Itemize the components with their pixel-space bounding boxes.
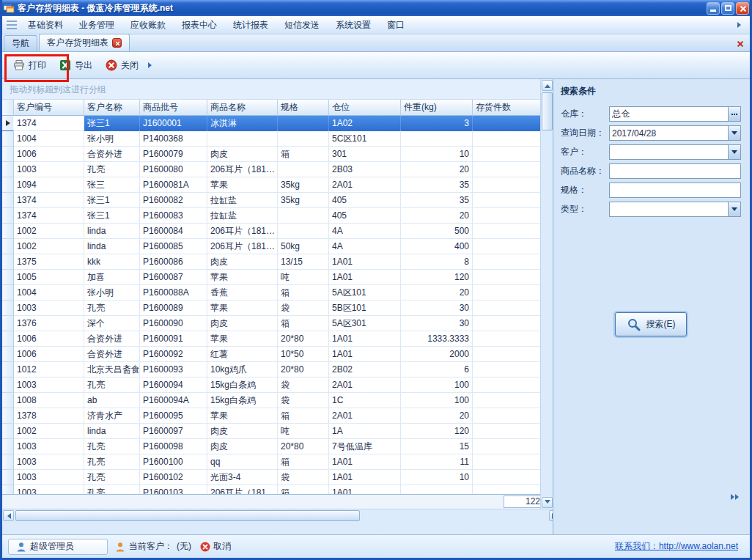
cell[interactable]: 1002 bbox=[14, 424, 84, 439]
cell[interactable]: 苹果 bbox=[207, 331, 278, 347]
cell[interactable]: 1374 bbox=[14, 193, 84, 208]
cell[interactable]: 405 bbox=[329, 208, 401, 224]
cell[interactable]: 苹果 bbox=[207, 177, 278, 193]
cell[interactable]: 香蕉 bbox=[207, 285, 278, 301]
cell[interactable] bbox=[401, 131, 473, 147]
row-indicator[interactable] bbox=[2, 424, 14, 439]
cell[interactable]: 肉皮 bbox=[207, 254, 278, 270]
cell[interactable]: 4A bbox=[329, 239, 401, 254]
dropdown-arrow-icon[interactable] bbox=[728, 202, 740, 216]
search-field-input[interactable] bbox=[610, 107, 728, 121]
cell[interactable]: 20*80 bbox=[278, 362, 329, 377]
row-indicator[interactable] bbox=[2, 301, 14, 316]
column-header[interactable]: 规格 bbox=[278, 100, 329, 116]
cell[interactable]: 1A01 bbox=[329, 331, 401, 347]
table-row[interactable]: 1003孔亮P1600100qq箱1A0111 bbox=[2, 454, 553, 470]
row-indicator[interactable] bbox=[2, 408, 14, 424]
cell[interactable]: 2A01 bbox=[329, 177, 401, 193]
table-row[interactable]: 1002lindaP1600084206耳片（181…4A500 bbox=[2, 224, 553, 239]
table-row[interactable]: 1376深个P1600090肉皮箱5A区30130 bbox=[2, 316, 553, 331]
cell[interactable]: 500 bbox=[401, 224, 473, 239]
cell[interactable]: 1374 bbox=[14, 208, 84, 224]
cell[interactable]: 肉皮 bbox=[207, 424, 278, 439]
cell[interactable]: 1C bbox=[329, 393, 401, 408]
cell[interactable]: 1003 bbox=[14, 470, 84, 485]
menu-overflow-icon[interactable] bbox=[737, 22, 744, 28]
cell[interactable]: P1600087 bbox=[140, 270, 207, 285]
column-header[interactable]: 商品批号 bbox=[140, 100, 207, 116]
scroll-up-button[interactable] bbox=[542, 80, 553, 91]
cell[interactable]: P1600080 bbox=[140, 162, 207, 177]
cell[interactable]: 2B02 bbox=[329, 362, 401, 377]
cell[interactable]: 箱 bbox=[278, 147, 329, 162]
cell[interactable] bbox=[207, 131, 278, 147]
cell[interactable]: 孔亮 bbox=[84, 377, 140, 393]
cell[interactable]: 光面3-4 bbox=[207, 470, 278, 485]
cell[interactable]: 206耳片（181… bbox=[207, 239, 278, 254]
cell[interactable]: P1600094 bbox=[140, 377, 207, 393]
column-header[interactable]: 商品名称 bbox=[207, 100, 278, 116]
cell[interactable]: 1A bbox=[329, 424, 401, 439]
cell[interactable]: 合资外进 bbox=[84, 331, 140, 347]
cell[interactable]: 肉皮 bbox=[207, 439, 278, 454]
column-header[interactable]: 客户名称 bbox=[84, 100, 140, 116]
cell[interactable]: 1003 bbox=[14, 439, 84, 454]
cell[interactable]: 20*80 bbox=[278, 439, 329, 454]
cell[interactable]: 袋 bbox=[278, 470, 329, 485]
row-indicator[interactable] bbox=[2, 147, 14, 162]
menu-item[interactable]: 统计报表 bbox=[225, 16, 276, 34]
cell[interactable]: 1004 bbox=[14, 285, 84, 301]
cell[interactable]: 10*50 bbox=[278, 347, 329, 362]
cell[interactable]: P1600084 bbox=[140, 224, 207, 239]
cell[interactable]: 拉缸盐 bbox=[207, 208, 278, 224]
cell[interactable]: P1400368 bbox=[140, 131, 207, 147]
cell[interactable]: 济青水产 bbox=[84, 408, 140, 424]
table-row[interactable]: 1005加喜P1600087苹果吨1A01120 bbox=[2, 270, 553, 285]
cell[interactable]: 张三1 bbox=[84, 116, 140, 131]
row-indicator[interactable] bbox=[2, 239, 14, 254]
row-indicator[interactable] bbox=[2, 162, 14, 177]
maximize-button[interactable] bbox=[721, 2, 734, 15]
row-indicator[interactable] bbox=[2, 377, 14, 393]
cell[interactable]: P1600083 bbox=[140, 208, 207, 224]
cell[interactable]: 袋 bbox=[278, 377, 329, 393]
cell[interactable] bbox=[401, 485, 473, 494]
cell[interactable]: 1A02 bbox=[329, 116, 401, 131]
table-row[interactable]: 1374张三1P1600082拉缸盐35kg40535 bbox=[2, 193, 553, 208]
cell[interactable]: 1006 bbox=[14, 147, 84, 162]
row-indicator[interactable] bbox=[2, 362, 14, 377]
cell[interactable]: P1600095 bbox=[140, 408, 207, 424]
cell[interactable]: 15 bbox=[401, 439, 473, 454]
cell[interactable]: 206耳片（181… bbox=[207, 485, 278, 494]
cell[interactable] bbox=[278, 116, 329, 131]
table-row[interactable]: 1003孔亮P1600102光面3-4袋1A0110 bbox=[2, 470, 553, 485]
cell[interactable]: 120 bbox=[401, 270, 473, 285]
cell[interactable]: 30 bbox=[401, 301, 473, 316]
row-indicator[interactable] bbox=[2, 454, 14, 470]
table-row[interactable]: 1012北京天昌斋食…P160009310kg鸡爪20*802B026 bbox=[2, 362, 553, 377]
table-row[interactable]: 1006合资外进P1600091苹果20*801A011333.3333 bbox=[2, 331, 553, 347]
cell[interactable]: 2B03 bbox=[329, 162, 401, 177]
cell[interactable]: 10 bbox=[401, 470, 473, 485]
tabbar-close-icon[interactable] bbox=[734, 37, 745, 49]
row-indicator[interactable] bbox=[2, 116, 14, 131]
cell[interactable]: 5A区301 bbox=[329, 316, 401, 331]
toolbar-button[interactable]: 导出 bbox=[53, 56, 99, 75]
cell[interactable]: 1374 bbox=[14, 116, 84, 131]
cell[interactable]: 1005 bbox=[14, 270, 84, 285]
cell[interactable]: 箱 bbox=[278, 285, 329, 301]
cell[interactable]: 孔亮 bbox=[84, 454, 140, 470]
cell[interactable]: 孔亮 bbox=[84, 485, 140, 494]
table-row[interactable]: 1003孔亮P1600080206耳片（181…2B03203 bbox=[2, 162, 553, 177]
cell[interactable]: 10 bbox=[401, 147, 473, 162]
table-row[interactable]: 1008abP1600094A15kg白条鸡袋1C100 bbox=[2, 393, 553, 408]
cell[interactable]: 1A01 bbox=[329, 485, 401, 494]
cell[interactable] bbox=[278, 131, 329, 147]
cell[interactable]: 1002 bbox=[14, 239, 84, 254]
cell[interactable]: 加喜 bbox=[84, 270, 140, 285]
cell[interactable]: 箱 bbox=[278, 408, 329, 424]
table-row[interactable]: 1003孔亮P1600103206耳片（181…箱1A01 bbox=[2, 485, 553, 494]
cell[interactable] bbox=[278, 162, 329, 177]
vertical-scroll-thumb[interactable] bbox=[542, 92, 553, 130]
cell[interactable]: 合资外进 bbox=[84, 147, 140, 162]
